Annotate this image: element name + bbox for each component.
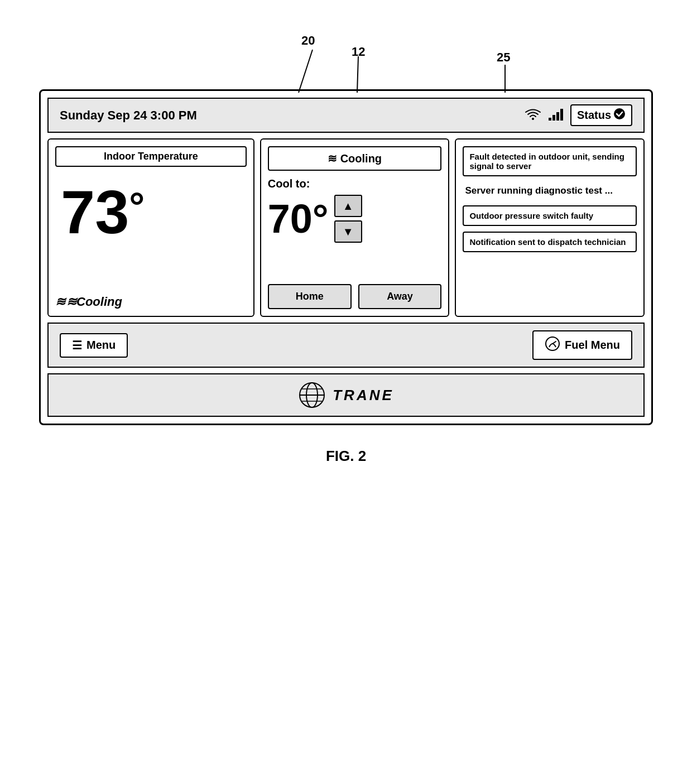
- pressure-fault-box: Outdoor pressure switch faulty: [463, 205, 637, 226]
- ref-label-20: 20: [301, 33, 315, 48]
- header-bar: Sunday Sep 24 3:00 PM: [47, 98, 645, 133]
- temperature-value: 73: [61, 177, 129, 246]
- svg-rect-4: [549, 118, 551, 121]
- svg-rect-6: [556, 112, 559, 121]
- svg-rect-7: [560, 109, 563, 121]
- figure-label: FIG. 2: [326, 448, 366, 465]
- cooling-text: ≋Cooling: [66, 295, 122, 309]
- menu-icon: ☰: [72, 339, 82, 352]
- arrow-buttons: ▲ ▼: [334, 195, 362, 243]
- datetime-display: Sunday Sep 24 3:00 PM: [60, 108, 197, 123]
- waves-icon: ≋: [55, 295, 65, 309]
- brand-bar: TRANE: [47, 373, 645, 417]
- temp-down-button[interactable]: ▼: [334, 220, 362, 243]
- cool-to-label: Cool to:: [268, 177, 442, 190]
- status-badge: Status: [570, 104, 632, 126]
- cooling-header: ≋ Cooling: [268, 146, 442, 171]
- status-alerts-panel: Fault detected in outdoor unit, sending …: [455, 138, 645, 317]
- temperature-display: 73°: [61, 181, 145, 243]
- indoor-temperature-title: Indoor Temperature: [55, 146, 247, 167]
- brand-logo-icon: [298, 381, 326, 409]
- wifi-icon: [525, 108, 541, 123]
- device-frame: Sunday Sep 24 3:00 PM: [39, 89, 653, 425]
- signal-icon: [548, 108, 564, 123]
- svg-line-10: [552, 342, 556, 344]
- menu-label: Menu: [86, 339, 116, 352]
- ref-label-12: 12: [352, 45, 365, 59]
- bottom-menu-bar: ☰ Menu Fuel Menu: [47, 323, 645, 368]
- svg-line-1: [357, 56, 358, 93]
- home-mode-button[interactable]: Home: [268, 284, 352, 309]
- diagnostic-message: Server running diagnostic test ...: [463, 182, 637, 200]
- main-content: Indoor Temperature 73° ≋≋Cooling ≋ Cooli…: [47, 138, 645, 317]
- status-label: Status: [577, 109, 611, 122]
- cooling-status-indicator: ≋≋Cooling: [55, 295, 122, 309]
- svg-point-3: [532, 118, 534, 120]
- brand-name: TRANE: [333, 387, 394, 404]
- temp-control-row: 70° ▲ ▼: [268, 195, 442, 243]
- fuel-menu-button[interactable]: Fuel Menu: [532, 330, 632, 360]
- fault-alert-box: Fault detected in outdoor unit, sending …: [463, 146, 637, 176]
- away-mode-button[interactable]: Away: [358, 284, 442, 309]
- indoor-temperature-panel: Indoor Temperature 73° ≋≋Cooling: [47, 138, 254, 317]
- fuel-menu-label: Fuel Menu: [565, 339, 620, 352]
- ref-label-25: 25: [497, 50, 510, 65]
- svg-line-0: [299, 50, 313, 93]
- svg-point-8: [614, 108, 625, 119]
- svg-rect-5: [552, 115, 555, 121]
- menu-button[interactable]: ☰ Menu: [60, 333, 128, 358]
- degree-symbol: °: [129, 187, 145, 226]
- fuel-icon: [545, 336, 560, 354]
- set-temperature: 70°: [268, 199, 329, 239]
- temp-up-button[interactable]: ▲: [334, 195, 362, 217]
- mode-buttons: Home Away: [268, 284, 442, 309]
- notification-box: Notification sent to dispatch technician: [463, 232, 637, 252]
- status-check-icon: [613, 108, 626, 123]
- header-right: Status: [525, 104, 632, 126]
- cooling-control-panel: ≋ Cooling Cool to: 70° ▲ ▼ Home Away: [260, 138, 450, 317]
